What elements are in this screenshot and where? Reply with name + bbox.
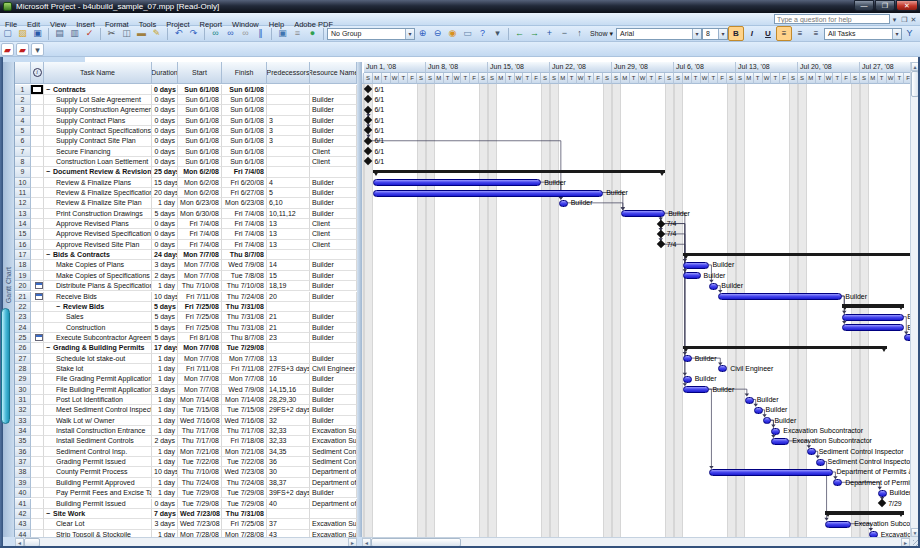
summary-bar[interactable] bbox=[683, 346, 887, 350]
row-number[interactable]: 36 bbox=[15, 447, 31, 457]
predecessors-cell[interactable]: 18,19 bbox=[267, 281, 310, 291]
task-bar[interactable] bbox=[842, 314, 904, 321]
row-number[interactable]: 8 bbox=[15, 157, 31, 167]
task-bar[interactable] bbox=[559, 200, 568, 207]
duration-cell[interactable]: 1 day bbox=[152, 198, 178, 208]
resource-cell[interactable]: Builder bbox=[310, 126, 357, 136]
duration-cell[interactable]: 0 days bbox=[152, 219, 178, 229]
row-number[interactable]: 20 bbox=[15, 281, 31, 291]
start-cell[interactable]: Mon 6/23/08 bbox=[178, 198, 222, 208]
close-button[interactable]: ✕ bbox=[896, 0, 918, 11]
start-cell[interactable]: Wed 7/23/08 bbox=[178, 509, 222, 519]
menu-insert[interactable]: Insert bbox=[71, 19, 100, 31]
task-name-cell[interactable]: Approve Revised Specifications bbox=[44, 229, 152, 239]
table-row[interactable]: 29File Grading Permit Application1 dayMo… bbox=[15, 374, 357, 384]
column-header-task-name[interactable]: Task Name bbox=[44, 62, 152, 84]
start-cell[interactable]: Thu 7/17/08 bbox=[178, 426, 222, 436]
duration-cell[interactable]: 25 days bbox=[152, 167, 178, 177]
predecessors-cell[interactable] bbox=[267, 95, 310, 105]
resource-cell[interactable]: Client bbox=[310, 157, 357, 167]
finish-cell[interactable]: Wed 7/9/08 bbox=[222, 385, 267, 395]
info-cell[interactable] bbox=[31, 240, 44, 250]
menu-tools[interactable]: Tools bbox=[134, 19, 162, 31]
font-name-combo-dropdown-icon[interactable]: ▾ bbox=[692, 29, 701, 39]
menu-window[interactable]: Window bbox=[227, 19, 264, 31]
start-cell[interactable]: Fri 7/11/08 bbox=[178, 292, 222, 302]
finish-cell[interactable]: Fri 7/4/08 bbox=[222, 219, 267, 229]
info-cell[interactable] bbox=[31, 395, 44, 405]
predecessors-cell[interactable]: 13 bbox=[267, 240, 310, 250]
predecessors-cell[interactable]: 14,15,16 bbox=[267, 385, 310, 395]
toolbar2-options-icon[interactable]: ▾ bbox=[31, 43, 44, 56]
info-cell[interactable] bbox=[31, 364, 44, 374]
finish-cell[interactable]: Fri 7/11/08 bbox=[222, 364, 267, 374]
resource-cell[interactable] bbox=[310, 85, 357, 95]
start-cell[interactable]: Tue 7/15/08 bbox=[178, 405, 222, 415]
task-bar[interactable] bbox=[842, 324, 904, 331]
milestone-marker[interactable] bbox=[656, 230, 664, 238]
start-cell[interactable]: Fri 8/1/08 bbox=[178, 333, 222, 343]
duration-cell[interactable]: 1 day bbox=[152, 530, 178, 537]
start-cell[interactable]: Fri 7/25/08 bbox=[178, 302, 222, 312]
task-name-cell[interactable]: Install Sediment Controls bbox=[44, 436, 152, 446]
duration-cell[interactable]: 3 days bbox=[152, 385, 178, 395]
table-row[interactable]: 35Install Sediment Controls2 daysThu 7/1… bbox=[15, 436, 357, 446]
table-row[interactable]: 43Clear Lot3 daysWed 7/23/08Fri 7/25/083… bbox=[15, 519, 357, 529]
duration-cell[interactable]: 1 day bbox=[152, 457, 178, 467]
resource-cell[interactable]: Builder bbox=[310, 333, 357, 343]
resource-cell[interactable]: Excavation Sub bbox=[310, 426, 357, 436]
task-bar[interactable] bbox=[709, 283, 718, 290]
table-row[interactable]: 38County Permit Process10 daysThu 7/10/0… bbox=[15, 467, 357, 477]
task-name-cell[interactable]: Supply Contract Specifications bbox=[44, 126, 152, 136]
table-row[interactable]: 17−Bids & Contracts24 daysMon 7/7/08Thu … bbox=[15, 250, 357, 260]
collapse-icon[interactable]: − bbox=[46, 167, 53, 177]
predecessors-cell[interactable] bbox=[267, 105, 310, 115]
resource-cell[interactable]: Builder bbox=[310, 271, 357, 281]
table-row[interactable]: 5Supply Contract Specifications0 daysSun… bbox=[15, 126, 357, 136]
start-cell[interactable]: Mon 6/2/08 bbox=[178, 178, 222, 188]
finish-cell[interactable]: Thu 7/31/08 bbox=[222, 312, 267, 322]
copy-picture-icon[interactable]: ▭ bbox=[461, 27, 474, 40]
row-number[interactable]: 21 bbox=[15, 292, 31, 302]
task-name-cell[interactable]: Execute Subcontractor Agreements bbox=[44, 333, 152, 343]
resource-cell[interactable]: Builder bbox=[310, 488, 357, 498]
finish-cell[interactable]: Fri 7/18/08 bbox=[222, 436, 267, 446]
table-row[interactable]: 12Review & Finalize Site Plan1 dayMon 6/… bbox=[15, 198, 357, 208]
maximize-button[interactable]: ❐ bbox=[875, 0, 895, 11]
table-row[interactable]: 22−Review Bids5 daysFri 7/25/08Thu 7/31/… bbox=[15, 302, 357, 312]
resource-cell[interactable]: Builder bbox=[310, 260, 357, 270]
row-number[interactable]: 39 bbox=[15, 478, 31, 488]
minimize-button[interactable]: — bbox=[854, 0, 874, 11]
hide-assignments-icon[interactable]: ↑ bbox=[573, 27, 586, 40]
collapse-icon[interactable]: − bbox=[46, 85, 53, 95]
finish-cell[interactable]: Wed 7/16/08 bbox=[222, 416, 267, 426]
task-name-cell[interactable]: Schedule lot stake-out bbox=[44, 354, 152, 364]
task-bar[interactable] bbox=[621, 210, 665, 217]
row-number[interactable]: 31 bbox=[15, 395, 31, 405]
row-number[interactable]: 34 bbox=[15, 426, 31, 436]
help-dropdown-icon[interactable]: ▾ bbox=[890, 15, 899, 24]
predecessors-cell[interactable] bbox=[267, 167, 310, 177]
info-cell[interactable] bbox=[31, 488, 44, 498]
column-header-duration[interactable]: Duration bbox=[152, 62, 178, 84]
help-icon[interactable]: ? bbox=[476, 27, 489, 40]
row-number[interactable]: 12 bbox=[15, 198, 31, 208]
row-number[interactable]: 19 bbox=[15, 271, 31, 281]
duration-cell[interactable]: 0 days bbox=[152, 157, 178, 167]
task-name-cell[interactable]: Secure Financing bbox=[44, 147, 152, 157]
predecessors-cell[interactable]: 30 bbox=[267, 467, 310, 477]
finish-cell[interactable]: Fri 7/4/08 bbox=[222, 167, 267, 177]
task-name-cell[interactable]: Supply Contract Site Plan bbox=[44, 136, 152, 146]
row-number[interactable]: 23 bbox=[15, 312, 31, 322]
row-number[interactable]: 11 bbox=[15, 188, 31, 198]
duration-cell[interactable]: 0 days bbox=[152, 229, 178, 239]
info-cell[interactable] bbox=[31, 147, 44, 157]
row-number[interactable]: 30 bbox=[15, 385, 31, 395]
column-header-finish[interactable]: Finish bbox=[222, 62, 267, 84]
task-name-cell[interactable]: Supply Construction Agreement bbox=[44, 105, 152, 115]
predecessors-cell[interactable]: 21 bbox=[267, 323, 310, 333]
info-cell[interactable] bbox=[31, 323, 44, 333]
duration-cell[interactable]: 10 days bbox=[152, 467, 178, 477]
group-combo-dropdown-icon[interactable]: ▾ bbox=[405, 29, 414, 39]
menu-view[interactable]: View bbox=[45, 19, 71, 31]
